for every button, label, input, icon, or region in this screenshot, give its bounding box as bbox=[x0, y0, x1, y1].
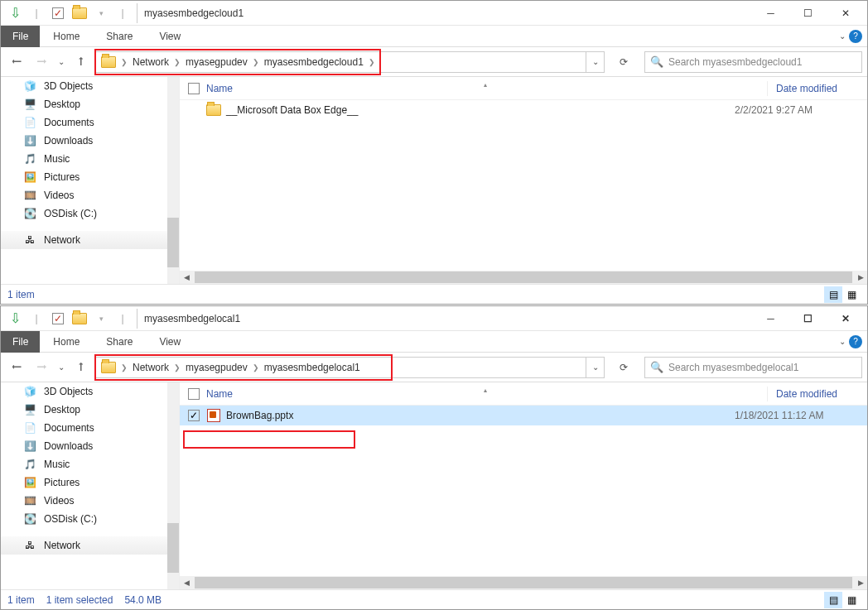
crumb-network[interactable]: Network bbox=[131, 358, 171, 377]
close-button[interactable]: ✕ bbox=[827, 2, 864, 25]
share-tab[interactable]: Share bbox=[93, 331, 146, 353]
up-button[interactable]: 🠕 bbox=[70, 51, 92, 73]
folder-icon[interactable] bbox=[99, 52, 118, 72]
crumb-network[interactable]: Network bbox=[131, 52, 171, 72]
scroll-thumb[interactable] bbox=[195, 271, 852, 283]
row-checkbox[interactable] bbox=[188, 104, 200, 116]
sidebar-item[interactable]: 🖥️Desktop bbox=[1, 95, 179, 113]
chevron-right-icon[interactable]: ❯ bbox=[171, 363, 184, 372]
properties-check-icon[interactable]: ✓ bbox=[49, 4, 67, 22]
sidebar-vscroll[interactable] bbox=[167, 382, 179, 589]
scroll-thumb[interactable] bbox=[167, 218, 179, 267]
select-all-checkbox[interactable] bbox=[188, 388, 200, 400]
sidebar-item[interactable]: 🖥️Desktop bbox=[1, 401, 179, 419]
sidebar-item[interactable]: 📄Documents bbox=[1, 113, 179, 132]
sidebar-item[interactable]: 🖼️Pictures bbox=[1, 168, 179, 186]
crumb-host[interactable]: myasegpudev bbox=[184, 358, 249, 377]
hscrollbar[interactable]: ◀ ▶ bbox=[180, 271, 867, 284]
refresh-button[interactable]: ⟳ bbox=[611, 51, 636, 73]
scroll-thumb[interactable] bbox=[167, 523, 179, 573]
address-bar[interactable]: ❯ Network ❯ myasegpudev ❯ myasesmbedgecl… bbox=[95, 51, 605, 73]
file-row-selected[interactable]: ✓ BrownBag.pptx 1/18/2021 11:12 AM bbox=[180, 406, 867, 425]
sidebar-item[interactable]: 🎵Music bbox=[1, 150, 179, 168]
minimize-button[interactable]: ─ bbox=[752, 2, 789, 25]
qat-chevron-icon[interactable]: ▾ bbox=[92, 4, 110, 22]
nav-pane[interactable]: 🧊3D Objects 🖥️Desktop 📄Documents ⬇️Downl… bbox=[1, 77, 179, 284]
file-tab[interactable]: File bbox=[1, 331, 40, 353]
chevron-right-icon[interactable]: ❯ bbox=[249, 58, 263, 66]
home-tab[interactable]: Home bbox=[40, 331, 93, 353]
scroll-left-icon[interactable]: ◀ bbox=[180, 271, 193, 284]
hscrollbar[interactable]: ◀ ▶ bbox=[180, 576, 867, 589]
refresh-button[interactable]: ⟳ bbox=[611, 357, 636, 378]
maximize-button[interactable]: ☐ bbox=[789, 2, 827, 25]
titlebar[interactable]: ⇩ | ✓ ▾ | myasesmbedgelocal1 ─ ☐ ✕ bbox=[1, 306, 867, 331]
chevron-right-icon[interactable]: ❯ bbox=[249, 363, 263, 372]
address-dropdown-icon[interactable]: ⌄ bbox=[586, 52, 604, 72]
view-tab[interactable]: View bbox=[146, 331, 194, 353]
crumb-host[interactable]: myasegpudev bbox=[184, 52, 249, 72]
qat-chevron-icon[interactable]: ▾ bbox=[92, 310, 110, 328]
sidebar-item-network[interactable]: 🖧Network bbox=[1, 536, 179, 555]
ribbon-collapse-icon[interactable]: ⌄ bbox=[837, 335, 847, 348]
select-all-checkbox[interactable] bbox=[188, 83, 200, 94]
column-name[interactable]: Name bbox=[206, 388, 233, 400]
sidebar-item[interactable]: ⬇️Downloads bbox=[1, 132, 179, 150]
back-button[interactable]: 🠔 bbox=[6, 51, 27, 73]
help-icon[interactable]: ? bbox=[849, 30, 862, 43]
scroll-right-icon[interactable]: ▶ bbox=[854, 576, 867, 589]
sidebar-item[interactable]: 🧊3D Objects bbox=[1, 382, 179, 401]
nav-pane[interactable]: 🧊3D Objects 🖥️Desktop 📄Documents ⬇️Downl… bbox=[1, 382, 179, 589]
chevron-right-icon[interactable]: ❯ bbox=[118, 58, 131, 66]
close-button[interactable]: ✕ bbox=[827, 307, 864, 330]
history-chevron-icon[interactable]: ⌄ bbox=[55, 51, 67, 73]
address-dropdown-icon[interactable]: ⌄ bbox=[586, 358, 604, 377]
back-button[interactable]: 🠔 bbox=[6, 357, 27, 378]
columns-header[interactable]: ▴ Name Date modified bbox=[180, 77, 867, 100]
file-tab[interactable]: File bbox=[1, 26, 40, 47]
file-list-pane[interactable]: ▴ Name Date modified __Microsoft Data Bo… bbox=[179, 77, 867, 284]
crumb-share[interactable]: myasesmbedgecloud1 bbox=[263, 52, 365, 72]
sidebar-item-network[interactable]: 🖧Network bbox=[1, 231, 179, 249]
crumb-share[interactable]: myasesmbedgelocal1 bbox=[263, 358, 362, 377]
column-date[interactable]: Date modified bbox=[768, 83, 867, 94]
sidebar-item[interactable]: 🎞️Videos bbox=[1, 492, 179, 510]
address-bar[interactable]: ❯ Network ❯ myasegpudev ❯ myasesmbedgelo… bbox=[95, 357, 605, 378]
home-tab[interactable]: Home bbox=[40, 26, 93, 47]
folder-icon[interactable] bbox=[99, 358, 118, 377]
scroll-left-icon[interactable]: ◀ bbox=[180, 576, 193, 589]
properties-check-icon[interactable]: ✓ bbox=[49, 310, 67, 328]
sidebar-item[interactable]: 🧊3D Objects bbox=[1, 77, 179, 95]
chevron-right-icon[interactable]: ❯ bbox=[365, 58, 379, 66]
details-view-button[interactable]: ▤ bbox=[824, 286, 842, 303]
column-name[interactable]: Name bbox=[206, 83, 233, 94]
sidebar-item[interactable]: 🖼️Pictures bbox=[1, 473, 179, 492]
file-row[interactable]: __Microsoft Data Box Edge__ 2/2/2021 9:2… bbox=[180, 100, 867, 120]
sidebar-vscroll[interactable] bbox=[167, 77, 179, 284]
pin-icon[interactable]: ⇩ bbox=[6, 4, 24, 22]
details-view-button[interactable]: ▤ bbox=[824, 592, 842, 608]
columns-header[interactable]: ▴ Name Date modified bbox=[180, 382, 867, 406]
forward-button[interactable]: 🠖 bbox=[31, 357, 52, 378]
titlebar[interactable]: ⇩ | ✓ ▾ | myasesmbedgecloud1 ─ ☐ ✕ bbox=[1, 1, 867, 26]
history-chevron-icon[interactable]: ⌄ bbox=[55, 357, 67, 378]
share-tab[interactable]: Share bbox=[93, 26, 146, 47]
ribbon-collapse-icon[interactable]: ⌄ bbox=[837, 30, 847, 42]
search-input[interactable]: 🔍 Search myasesmbedgecloud1 bbox=[644, 51, 862, 73]
column-date[interactable]: Date modified bbox=[768, 388, 867, 400]
search-input[interactable]: 🔍 Search myasesmbedgelocal1 bbox=[644, 357, 862, 378]
help-icon[interactable]: ? bbox=[849, 335, 862, 348]
scroll-thumb[interactable] bbox=[195, 577, 852, 588]
sidebar-item[interactable]: 🎞️Videos bbox=[1, 186, 179, 204]
up-button[interactable]: 🠕 bbox=[70, 357, 92, 378]
sidebar-item[interactable]: 💽OSDisk (C:) bbox=[1, 204, 179, 223]
pin-icon[interactable]: ⇩ bbox=[6, 310, 24, 328]
forward-button[interactable]: 🠖 bbox=[31, 51, 52, 73]
scroll-right-icon[interactable]: ▶ bbox=[854, 271, 867, 284]
minimize-button[interactable]: ─ bbox=[752, 307, 789, 330]
sidebar-item[interactable]: 💽OSDisk (C:) bbox=[1, 510, 179, 528]
icons-view-button[interactable]: ▦ bbox=[842, 286, 861, 303]
row-checkbox-checked[interactable]: ✓ bbox=[188, 410, 200, 421]
chevron-right-icon[interactable]: ❯ bbox=[171, 58, 184, 66]
file-list-pane[interactable]: ▴ Name Date modified ✓ BrownBag.pptx 1/1… bbox=[179, 382, 867, 589]
